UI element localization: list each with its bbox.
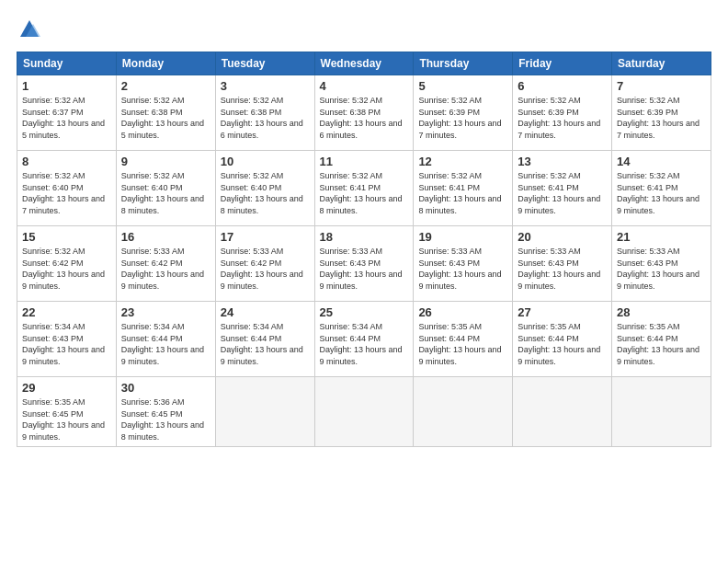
- day-number: 18: [320, 230, 409, 244]
- day-info: Sunrise: 5:33 AM Sunset: 6:43 PM Dayligh…: [418, 246, 507, 292]
- day-info: Sunrise: 5:35 AM Sunset: 6:44 PM Dayligh…: [617, 321, 706, 367]
- day-header-sunday: Sunday: [17, 52, 117, 75]
- logo: [17, 17, 46, 42]
- logo-icon: [17, 17, 42, 42]
- day-number: 23: [121, 305, 210, 319]
- page-header: [17, 17, 711, 42]
- day-number: 24: [221, 305, 310, 319]
- day-number: 29: [22, 381, 111, 395]
- day-cell: 20 Sunrise: 5:33 AM Sunset: 6:43 PM Dayl…: [513, 226, 612, 302]
- day-info: Sunrise: 5:32 AM Sunset: 6:38 PM Dayligh…: [121, 95, 210, 141]
- day-cell: 8 Sunrise: 5:32 AM Sunset: 6:40 PM Dayli…: [17, 151, 117, 226]
- day-cell: 1 Sunrise: 5:32 AM Sunset: 6:37 PM Dayli…: [17, 75, 117, 151]
- day-cell: 4 Sunrise: 5:32 AM Sunset: 6:38 PM Dayli…: [314, 75, 414, 151]
- day-info: Sunrise: 5:32 AM Sunset: 6:41 PM Dayligh…: [617, 170, 706, 216]
- day-cell: [513, 377, 612, 447]
- week-row-5: 29 Sunrise: 5:35 AM Sunset: 6:45 PM Dayl…: [17, 377, 711, 447]
- day-cell: 13 Sunrise: 5:32 AM Sunset: 6:41 PM Dayl…: [513, 151, 612, 226]
- day-cell: 28 Sunrise: 5:35 AM Sunset: 6:44 PM Dayl…: [612, 302, 711, 377]
- day-cell: 15 Sunrise: 5:32 AM Sunset: 6:42 PM Dayl…: [17, 226, 117, 302]
- day-info: Sunrise: 5:32 AM Sunset: 6:41 PM Dayligh…: [320, 170, 409, 216]
- day-number: 20: [518, 230, 607, 244]
- day-cell: 3 Sunrise: 5:32 AM Sunset: 6:38 PM Dayli…: [215, 75, 314, 151]
- day-cell: 2 Sunrise: 5:32 AM Sunset: 6:38 PM Dayli…: [116, 75, 215, 151]
- day-cell: 26 Sunrise: 5:35 AM Sunset: 6:44 PM Dayl…: [414, 302, 513, 377]
- day-header-wednesday: Wednesday: [314, 52, 414, 75]
- day-cell: 10 Sunrise: 5:32 AM Sunset: 6:40 PM Dayl…: [215, 151, 314, 226]
- day-cell: 16 Sunrise: 5:33 AM Sunset: 6:42 PM Dayl…: [116, 226, 215, 302]
- day-cell: 23 Sunrise: 5:34 AM Sunset: 6:44 PM Dayl…: [116, 302, 215, 377]
- day-cell: [314, 377, 414, 447]
- week-row-3: 15 Sunrise: 5:32 AM Sunset: 6:42 PM Dayl…: [17, 226, 711, 302]
- day-number: 8: [22, 155, 111, 168]
- day-info: Sunrise: 5:33 AM Sunset: 6:42 PM Dayligh…: [221, 246, 310, 292]
- day-info: Sunrise: 5:33 AM Sunset: 6:43 PM Dayligh…: [518, 246, 607, 292]
- day-info: Sunrise: 5:32 AM Sunset: 6:42 PM Dayligh…: [22, 246, 111, 292]
- day-info: Sunrise: 5:33 AM Sunset: 6:43 PM Dayligh…: [320, 246, 409, 292]
- day-header-tuesday: Tuesday: [215, 52, 314, 75]
- day-number: 5: [418, 79, 507, 93]
- day-cell: 14 Sunrise: 5:32 AM Sunset: 6:41 PM Dayl…: [612, 151, 711, 226]
- day-info: Sunrise: 5:34 AM Sunset: 6:44 PM Dayligh…: [221, 321, 310, 367]
- day-number: 21: [617, 230, 706, 244]
- day-cell: 7 Sunrise: 5:32 AM Sunset: 6:39 PM Dayli…: [612, 75, 711, 151]
- day-info: Sunrise: 5:32 AM Sunset: 6:39 PM Dayligh…: [518, 95, 607, 141]
- day-header-monday: Monday: [116, 52, 215, 75]
- calendar-header: SundayMondayTuesdayWednesdayThursdayFrid…: [17, 52, 711, 75]
- day-number: 16: [121, 230, 210, 244]
- day-number: 28: [617, 305, 706, 319]
- day-info: Sunrise: 5:34 AM Sunset: 6:44 PM Dayligh…: [121, 321, 210, 367]
- day-number: 22: [22, 305, 111, 319]
- day-info: Sunrise: 5:32 AM Sunset: 6:39 PM Dayligh…: [418, 95, 507, 141]
- day-number: 1: [22, 79, 111, 93]
- day-number: 13: [518, 155, 607, 168]
- day-number: 2: [121, 79, 210, 93]
- day-info: Sunrise: 5:33 AM Sunset: 6:43 PM Dayligh…: [617, 246, 706, 292]
- day-number: 25: [320, 305, 409, 319]
- day-number: 30: [121, 381, 210, 395]
- day-info: Sunrise: 5:34 AM Sunset: 6:44 PM Dayligh…: [320, 321, 409, 367]
- calendar-table: SundayMondayTuesdayWednesdayThursdayFrid…: [17, 52, 711, 447]
- day-number: 12: [418, 155, 507, 168]
- week-row-4: 22 Sunrise: 5:34 AM Sunset: 6:43 PM Dayl…: [17, 302, 711, 377]
- day-info: Sunrise: 5:33 AM Sunset: 6:42 PM Dayligh…: [121, 246, 210, 292]
- day-cell: 9 Sunrise: 5:32 AM Sunset: 6:40 PM Dayli…: [116, 151, 215, 226]
- day-info: Sunrise: 5:32 AM Sunset: 6:39 PM Dayligh…: [617, 95, 706, 141]
- day-info: Sunrise: 5:32 AM Sunset: 6:38 PM Dayligh…: [320, 95, 409, 141]
- day-number: 15: [22, 230, 111, 244]
- day-cell: 6 Sunrise: 5:32 AM Sunset: 6:39 PM Dayli…: [513, 75, 612, 151]
- day-cell: 12 Sunrise: 5:32 AM Sunset: 6:41 PM Dayl…: [414, 151, 513, 226]
- day-info: Sunrise: 5:32 AM Sunset: 6:40 PM Dayligh…: [22, 170, 111, 216]
- day-cell: 21 Sunrise: 5:33 AM Sunset: 6:43 PM Dayl…: [612, 226, 711, 302]
- day-info: Sunrise: 5:36 AM Sunset: 6:45 PM Dayligh…: [121, 396, 210, 442]
- day-number: 4: [320, 79, 409, 93]
- day-cell: 17 Sunrise: 5:33 AM Sunset: 6:42 PM Dayl…: [215, 226, 314, 302]
- day-number: 10: [221, 155, 310, 168]
- day-info: Sunrise: 5:34 AM Sunset: 6:43 PM Dayligh…: [22, 321, 111, 367]
- day-cell: 30 Sunrise: 5:36 AM Sunset: 6:45 PM Dayl…: [116, 377, 215, 447]
- day-cell: 29 Sunrise: 5:35 AM Sunset: 6:45 PM Dayl…: [17, 377, 117, 447]
- day-number: 14: [617, 155, 706, 168]
- day-number: 6: [518, 79, 607, 93]
- day-info: Sunrise: 5:32 AM Sunset: 6:41 PM Dayligh…: [518, 170, 607, 216]
- day-info: Sunrise: 5:32 AM Sunset: 6:40 PM Dayligh…: [121, 170, 210, 216]
- day-cell: [414, 377, 513, 447]
- day-header-thursday: Thursday: [414, 52, 513, 75]
- day-info: Sunrise: 5:35 AM Sunset: 6:45 PM Dayligh…: [22, 396, 111, 442]
- day-info: Sunrise: 5:32 AM Sunset: 6:40 PM Dayligh…: [221, 170, 310, 216]
- day-cell: 25 Sunrise: 5:34 AM Sunset: 6:44 PM Dayl…: [314, 302, 414, 377]
- day-info: Sunrise: 5:32 AM Sunset: 6:37 PM Dayligh…: [22, 95, 111, 141]
- day-cell: 19 Sunrise: 5:33 AM Sunset: 6:43 PM Dayl…: [414, 226, 513, 302]
- day-cell: [215, 377, 314, 447]
- day-number: 7: [617, 79, 706, 93]
- day-info: Sunrise: 5:32 AM Sunset: 6:38 PM Dayligh…: [221, 95, 310, 141]
- days-of-week-row: SundayMondayTuesdayWednesdayThursdayFrid…: [17, 52, 711, 75]
- day-cell: 24 Sunrise: 5:34 AM Sunset: 6:44 PM Dayl…: [215, 302, 314, 377]
- calendar-body: 1 Sunrise: 5:32 AM Sunset: 6:37 PM Dayli…: [17, 75, 711, 447]
- calendar-page: SundayMondayTuesdayWednesdayThursdayFrid…: [0, 0, 728, 563]
- week-row-1: 1 Sunrise: 5:32 AM Sunset: 6:37 PM Dayli…: [17, 75, 711, 151]
- day-number: 26: [418, 305, 507, 319]
- day-header-friday: Friday: [513, 52, 612, 75]
- day-cell: 27 Sunrise: 5:35 AM Sunset: 6:44 PM Dayl…: [513, 302, 612, 377]
- day-header-saturday: Saturday: [612, 52, 711, 75]
